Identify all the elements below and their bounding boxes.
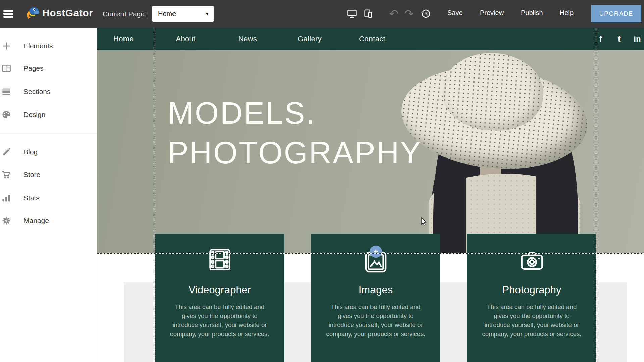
sidebar-item-store[interactable]: Store <box>0 167 97 182</box>
brand-name: HostGator <box>42 7 93 19</box>
selection-outline-left <box>155 28 155 362</box>
site-canvas: MODELS. PHOTOGRAPHY Videographer This ar… <box>97 28 644 362</box>
palette-icon <box>1 110 11 120</box>
upgrade-button[interactable]: UPGRADE <box>591 5 641 22</box>
undo-icon[interactable]: ↶ <box>388 8 399 19</box>
pencil-icon <box>1 147 11 157</box>
sidebar-item-design[interactable]: Design <box>0 107 97 122</box>
menu-icon[interactable] <box>3 8 16 19</box>
editor-topbar: HostGator Current Page: Home ▼ ↶ ↷ Save … <box>0 0 644 28</box>
page-dropdown-value: Home <box>158 10 176 18</box>
card-title: Photography <box>467 284 596 296</box>
history-icon[interactable] <box>420 8 432 19</box>
site-nav-contact[interactable]: Contact <box>359 35 385 43</box>
card-body: This area can be fully edited and gives … <box>478 302 586 339</box>
sidebar-item-manage[interactable]: Manage <box>0 213 97 228</box>
linkedin-icon[interactable]: in <box>634 34 641 44</box>
help-button[interactable]: Help <box>560 9 574 17</box>
current-page-label: Current Page: <box>103 10 147 18</box>
hero-title-line1: MODELS. <box>168 96 316 130</box>
page-dropdown[interactable]: Home ▼ <box>152 6 214 22</box>
chevron-down-icon: ▼ <box>205 11 209 16</box>
hero-title-line2: PHOTOGRAPHY <box>168 136 422 170</box>
card-title: Videographer <box>155 284 284 296</box>
mouse-cursor <box>420 217 429 226</box>
site-nav-home[interactable]: Home <box>113 35 134 43</box>
card-title: Images <box>311 284 440 296</box>
stats-icon <box>1 193 11 203</box>
selection-outline-bottom <box>97 253 644 254</box>
sidebar-item-sections[interactable]: Sections <box>0 84 97 99</box>
card-body: This area can be fully edited and gives … <box>166 302 274 339</box>
hostgator-logo: HostGator <box>25 6 93 20</box>
save-button[interactable]: Save <box>447 9 463 17</box>
sidebar-item-stats[interactable]: Stats <box>0 191 97 205</box>
image-plus-icon: + <box>364 250 388 275</box>
plus-icon <box>1 41 11 51</box>
add-image-badge-icon[interactable]: + <box>370 246 382 258</box>
camera-icon <box>520 251 544 272</box>
hostgator-mascot-icon <box>25 6 40 20</box>
desktop-view-icon[interactable] <box>346 8 358 19</box>
pages-icon <box>1 63 11 73</box>
sidebar-item-blog[interactable]: Blog <box>0 145 97 159</box>
cart-icon <box>1 170 11 180</box>
sections-icon <box>1 87 11 97</box>
site-nav-gallery[interactable]: Gallery <box>298 35 322 43</box>
sidebar-item-pages[interactable]: Pages <box>0 61 97 76</box>
mobile-view-icon[interactable] <box>362 8 374 19</box>
card-body: This area can be fully edited and gives … <box>322 302 430 339</box>
facebook-icon[interactable]: f <box>599 34 602 44</box>
gear-icon <box>1 216 11 226</box>
editor-sidebar: Elements Pages Sections <box>0 28 97 362</box>
film-icon <box>209 248 231 272</box>
hero-section[interactable]: MODELS. PHOTOGRAPHY <box>97 50 644 254</box>
publish-button[interactable]: Publish <box>521 9 543 17</box>
site-nav-about[interactable]: About <box>176 35 196 43</box>
twitter-icon[interactable]: t <box>618 34 621 44</box>
preview-button[interactable]: Preview <box>480 9 504 17</box>
site-navbar[interactable]: Home About News Gallery Contact f t in <box>97 28 644 50</box>
sidebar-item-elements[interactable]: Elements <box>0 39 97 53</box>
redo-icon[interactable]: ↷ <box>403 8 415 19</box>
selection-outline-right <box>596 28 596 362</box>
sidebar-divider <box>0 133 97 133</box>
hero-title[interactable]: MODELS. PHOTOGRAPHY <box>168 93 422 172</box>
site-nav-news[interactable]: News <box>238 35 257 43</box>
